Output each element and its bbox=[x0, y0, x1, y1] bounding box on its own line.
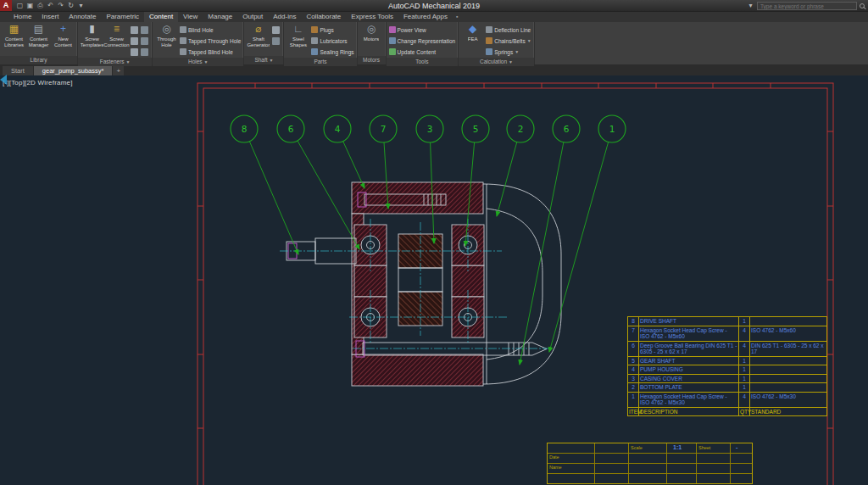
plugs-button[interactable]: Plugs bbox=[311, 25, 353, 35]
content-libraries-button[interactable]: ▦ Content Libraries bbox=[3, 23, 25, 55]
panel-shaft-label[interactable]: Shaft ▼ bbox=[244, 56, 283, 64]
retaining-ring-icon[interactable] bbox=[131, 48, 138, 56]
panel-tools: Power View Change Representation Update … bbox=[387, 22, 459, 64]
fea-label: FEA bbox=[468, 36, 478, 42]
shaft-generator-button[interactable]: ⌀ Shaft Generator bbox=[247, 23, 270, 55]
balloon-2[interactable]: 2 bbox=[497, 115, 534, 216]
file-tab-start[interactable]: Start bbox=[3, 66, 33, 75]
parts-list-row: 7Hexagon Socket Head Cap Screw - ISO 476… bbox=[628, 326, 826, 342]
parts-list-row: 2BOTTOM PLATE1 bbox=[628, 383, 826, 393]
ribbon-tab-collaborate[interactable]: Collaborate bbox=[301, 12, 346, 22]
search-dropdown-icon[interactable]: ▾ bbox=[747, 2, 754, 10]
balloon-8[interactable]: 8 bbox=[231, 115, 298, 254]
lubricators-button[interactable]: Lubricators bbox=[311, 36, 353, 46]
screw-connection-button[interactable]: ≡ Screw Connection bbox=[105, 23, 128, 57]
motors-button[interactable]: ◎ Motors bbox=[360, 23, 383, 55]
parts-list-row: 3CASING COVER1 bbox=[628, 375, 826, 384]
panel-holes: ◎ Through Hole Blind Hole Tapped Through… bbox=[153, 22, 244, 64]
panel-calculation-label[interactable]: Calculation ▼ bbox=[459, 58, 533, 66]
power-view-button[interactable]: Power View bbox=[389, 25, 456, 35]
ribbon-tab-add-ins[interactable]: Add-ins bbox=[268, 12, 301, 22]
drawing-svg: 864735261 bbox=[0, 75, 868, 485]
balloon-6[interactable]: 6 bbox=[277, 115, 359, 249]
content-manager-button[interactable]: ▤ Content Manager bbox=[27, 23, 50, 55]
blind-hole-button[interactable]: Blind Hole bbox=[180, 25, 241, 35]
power-view-icon bbox=[389, 26, 396, 33]
qat-dropdown-icon[interactable]: ▾ bbox=[77, 2, 85, 10]
parts-list-row: 6Deep Groove Ball Bearing DIN 625 T1 - 6… bbox=[628, 342, 826, 357]
springs-icon bbox=[486, 48, 492, 55]
drawing-canvas[interactable]: 864735261 [-][Top][2D Wireframe] 8DRIVE … bbox=[0, 75, 868, 485]
parts-list: 8DRIVE SHAFT17Hexagon Socket Head Cap Sc… bbox=[627, 316, 827, 416]
svg-text:1: 1 bbox=[609, 124, 615, 134]
parts-list-row: 5GEAR SHAFT1 bbox=[628, 357, 826, 366]
balloon-6[interactable]: 6 bbox=[520, 115, 580, 365]
change-representation-button[interactable]: Change Representation bbox=[389, 36, 456, 46]
name-label: Name bbox=[549, 465, 562, 470]
fastener-tools bbox=[130, 23, 149, 57]
viewport-controls[interactable]: [-][Top][2D Wireframe] bbox=[3, 79, 73, 86]
refresh-icon[interactable]: ↻ bbox=[67, 2, 75, 10]
panel-parts-label[interactable]: Parts bbox=[284, 58, 356, 66]
redo-icon[interactable]: ↷ bbox=[57, 2, 64, 10]
through-hole-button[interactable]: ◎ Through Hole bbox=[155, 23, 178, 57]
balloon-4[interactable]: 4 bbox=[324, 115, 364, 188]
ribbon-tab-content[interactable]: Content bbox=[144, 12, 178, 22]
rivet-icon[interactable] bbox=[141, 37, 148, 45]
ribbon-tab-row: HomeInsertAnnotateParametricContentViewM… bbox=[0, 12, 868, 22]
search-icon[interactable] bbox=[860, 3, 865, 8]
gear-pump-section-view bbox=[280, 182, 561, 386]
balloon-1[interactable]: 1 bbox=[549, 115, 626, 352]
new-file-icon[interactable]: ▢ bbox=[16, 2, 24, 10]
ribbon-tab-express-tools[interactable]: Express Tools bbox=[346, 12, 398, 22]
fea-button[interactable]: ◆ FEA bbox=[461, 23, 484, 57]
ribbon-tab-parametric[interactable]: Parametric bbox=[101, 12, 144, 22]
deflection-line-button[interactable]: Deflection Line bbox=[486, 25, 531, 35]
thread-icon[interactable] bbox=[272, 37, 280, 45]
ribbon-tab-home[interactable]: Home bbox=[8, 12, 36, 22]
ribbon-tab-insert[interactable]: Insert bbox=[36, 12, 64, 22]
chevron-down-icon: ▼ bbox=[515, 49, 519, 54]
ribbon-tab-view[interactable]: View bbox=[178, 12, 203, 22]
tapped-through-hole-button[interactable]: Tapped Through Hole bbox=[180, 36, 241, 46]
panel-fasteners-label[interactable]: Fasteners ▼ bbox=[78, 58, 152, 66]
ribbon-tab-output[interactable]: Output bbox=[237, 12, 268, 22]
panel-holes-label[interactable]: Holes ▼ bbox=[153, 58, 243, 66]
ribbon-options-icon[interactable]: ▪ bbox=[453, 12, 461, 22]
content-libraries-label: Content Libraries bbox=[3, 36, 25, 47]
panel-library-label[interactable]: Library bbox=[0, 56, 77, 64]
parts-list-header-desc: DESCRIPTION bbox=[639, 408, 739, 416]
chevron-down-icon: ▼ bbox=[509, 59, 513, 64]
ribbon-tab-manage[interactable]: Manage bbox=[203, 12, 237, 22]
new-drawing-tab-button[interactable]: + bbox=[113, 66, 124, 75]
steel-shapes-button[interactable]: ∟ Steel Shapes bbox=[287, 23, 309, 57]
save-icon[interactable]: ▣ bbox=[26, 2, 34, 10]
sealing-rings-button[interactable]: Sealing Rings bbox=[311, 47, 353, 57]
update-content-button[interactable]: Update Content bbox=[389, 47, 456, 57]
threaded-rod-icon[interactable] bbox=[141, 48, 148, 56]
ribbon-tab-annotate[interactable]: Annotate bbox=[64, 12, 101, 22]
ribbon-tab-featured-apps[interactable]: Featured Apps bbox=[398, 12, 453, 22]
springs-button[interactable]: Springs ▼ bbox=[486, 47, 531, 57]
washer-icon[interactable] bbox=[141, 26, 148, 34]
pin-icon[interactable] bbox=[131, 37, 138, 45]
panel-motors-label[interactable]: Motors bbox=[358, 56, 386, 64]
undo-icon[interactable]: ↶ bbox=[47, 2, 54, 10]
tapped-blind-hole-button[interactable]: Tapped Blind Hole bbox=[180, 47, 241, 57]
shaft-break-icon[interactable] bbox=[272, 26, 280, 34]
search-input[interactable] bbox=[757, 2, 857, 10]
nut-icon[interactable] bbox=[131, 26, 138, 34]
panel-library: ▦ Content Libraries ▤ Content Manager + … bbox=[0, 22, 78, 64]
new-content-button[interactable]: + New Content bbox=[52, 23, 75, 55]
panel-collapse-arrow[interactable] bbox=[0, 75, 7, 85]
file-tab-gear-pump-subassy[interactable]: gear_pump_subassy* bbox=[34, 66, 113, 75]
balloon-leader bbox=[249, 142, 298, 254]
panel-calculation: ◆ FEA Deflection Line Chains/Belts ▼ Spr… bbox=[459, 22, 534, 64]
plot-icon[interactable]: ⎙ bbox=[36, 2, 44, 10]
search-area: ▾ bbox=[747, 2, 865, 10]
autocad-app-logo[interactable]: A bbox=[0, 0, 12, 11]
chains-belts-button[interactable]: Chains/Belts ▼ bbox=[486, 36, 531, 46]
new-content-icon: + bbox=[60, 23, 66, 36]
panel-tools-label[interactable]: Tools bbox=[387, 58, 459, 66]
screw-templates-button[interactable]: ▮ Screw Templates bbox=[81, 23, 103, 57]
